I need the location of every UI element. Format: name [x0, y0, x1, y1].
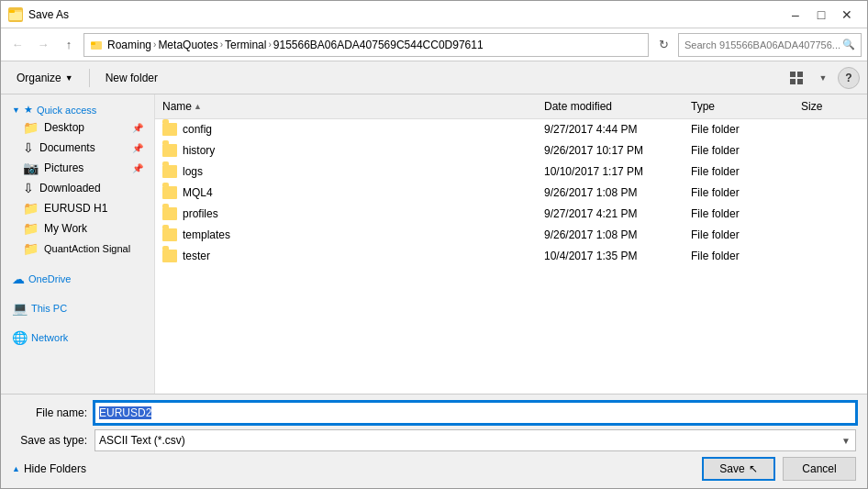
- onedrive-item[interactable]: ☁ OneDrive: [1, 266, 154, 288]
- file-name-cell: templates: [155, 225, 537, 245]
- file-type-cell: File folder: [684, 225, 794, 245]
- refresh-button[interactable]: ↻: [652, 34, 674, 56]
- titlebar-buttons: – □ ✕: [783, 2, 860, 28]
- hide-folders-button[interactable]: ▲ Hide Folders: [12, 462, 86, 475]
- network-item[interactable]: 🌐 Network: [1, 325, 154, 347]
- action-row: ▲ Hide Folders Save ↖ Cancel: [12, 457, 856, 481]
- file-date-cell: 9/26/2017 1:08 PM: [537, 225, 684, 245]
- breadcrumb: Roaming › MetaQuotes › Terminal › 915566…: [90, 39, 484, 51]
- address-box[interactable]: Roaming › MetaQuotes › Terminal › 915566…: [83, 33, 649, 57]
- toolbar: Organize ▼ New folder ▼ ?: [1, 61, 867, 94]
- bottom-area: File name: Save as type: ASCII Text (*.c…: [1, 394, 867, 488]
- pin-icon: 📌: [132, 123, 143, 133]
- filename-input[interactable]: [95, 402, 856, 424]
- help-button[interactable]: ?: [838, 67, 860, 89]
- sidebar-item-documents[interactable]: ⇩ Documents 📌: [1, 138, 154, 158]
- file-list-body: config 9/27/2017 4:44 PM File folder his…: [155, 119, 867, 394]
- breadcrumb-terminal: Terminal: [225, 39, 266, 51]
- sidebar-spacer: [1, 259, 154, 266]
- titlebar-title: Save As: [28, 8, 783, 21]
- file-type-cell: File folder: [684, 204, 794, 224]
- save-as-dialog: Save As – □ ✕ ← → ↑ Roaming › MetaQuotes…: [0, 0, 868, 489]
- sidebar-item-eurusd[interactable]: 📁 EURUSD H1: [1, 198, 154, 218]
- filetype-select[interactable]: ASCII Text (*.csv)CSV (Comma delimited) …: [95, 429, 856, 451]
- file-size-cell: [794, 183, 867, 203]
- svg-rect-4: [91, 42, 95, 45]
- breadcrumb-id: 915566BA06ADA407569C544CC0D97611: [273, 39, 484, 51]
- computer-icon: 💻: [12, 301, 28, 316]
- file-type-cell: File folder: [684, 246, 794, 266]
- sidebar-item-desktop[interactable]: 📁 Desktop 📌: [1, 117, 154, 138]
- file-list-header: Name ▲ Date modified Type Size: [155, 94, 867, 119]
- file-name-cell: config: [155, 119, 537, 139]
- col-header-size[interactable]: Size: [794, 96, 867, 117]
- close-button[interactable]: ✕: [834, 2, 860, 28]
- view-options-button[interactable]: [786, 67, 808, 89]
- search-box[interactable]: 🔍: [678, 33, 862, 57]
- table-row[interactable]: logs 10/10/2017 1:17 PM File folder: [155, 161, 867, 183]
- maximize-button[interactable]: □: [808, 2, 834, 28]
- chevron-down-icon: ▼: [65, 73, 73, 83]
- view-dropdown-button[interactable]: ▼: [812, 67, 834, 89]
- cancel-button[interactable]: Cancel: [783, 457, 856, 481]
- table-row[interactable]: history 9/26/2017 10:17 PM File folder: [155, 140, 867, 161]
- folder-icon: 📁: [23, 120, 39, 135]
- file-size-cell: [794, 246, 867, 266]
- thispc-item[interactable]: 💻 This PC: [1, 295, 154, 317]
- folder-icon: [162, 165, 177, 178]
- pin-icon: 📌: [132, 143, 143, 153]
- folder-icon: [162, 186, 177, 199]
- table-row[interactable]: config 9/27/2017 4:44 PM File folder: [155, 119, 867, 140]
- file-date-cell: 9/27/2017 4:21 PM: [537, 204, 684, 224]
- breadcrumb-metaquotes: MetaQuotes: [158, 39, 217, 51]
- cursor-icon: ↖: [749, 462, 758, 475]
- sidebar-item-mywork[interactable]: 📁 My Work: [1, 218, 154, 239]
- col-header-name[interactable]: Name ▲: [155, 96, 537, 117]
- up-button[interactable]: ↑: [58, 34, 80, 56]
- folder-icon: 📁: [23, 201, 39, 216]
- folder-icon: [162, 228, 177, 241]
- search-input[interactable]: [684, 39, 842, 50]
- file-type-cell: File folder: [684, 183, 794, 203]
- svg-rect-5: [790, 72, 796, 77]
- minimize-button[interactable]: –: [783, 2, 808, 28]
- folder-icon: 📁: [23, 221, 39, 236]
- col-header-type[interactable]: Type: [684, 96, 794, 117]
- filename-row: File name:: [12, 402, 856, 424]
- folder-icon: [162, 144, 177, 157]
- file-size-cell: [794, 161, 867, 182]
- filename-label: File name:: [12, 406, 95, 419]
- sidebar-item-pictures[interactable]: 📷 Pictures 📌: [1, 158, 154, 178]
- table-row[interactable]: templates 9/26/2017 1:08 PM File folder: [155, 225, 867, 246]
- dialog-icon: [8, 7, 23, 22]
- file-size-cell: [794, 204, 867, 224]
- sidebar-item-quantaction[interactable]: 📁 QuantAction Signal: [1, 239, 154, 259]
- table-row[interactable]: profiles 9/27/2017 4:21 PM File folder: [155, 204, 867, 225]
- file-date-cell: 9/26/2017 1:08 PM: [537, 183, 684, 203]
- sidebar-item-downloaded[interactable]: ⇩ Downloaded: [1, 178, 154, 198]
- forward-button[interactable]: →: [32, 34, 54, 56]
- col-header-date[interactable]: Date modified: [537, 96, 684, 117]
- file-type-cell: File folder: [684, 161, 794, 182]
- titlebar: Save As – □ ✕: [1, 1, 867, 28]
- back-button[interactable]: ←: [6, 34, 28, 56]
- svg-rect-6: [797, 72, 803, 77]
- file-date-cell: 10/10/2017 1:17 PM: [537, 161, 684, 182]
- file-area: Name ▲ Date modified Type Size config 9: [155, 94, 867, 394]
- svg-rect-2: [9, 10, 15, 13]
- quick-access-header[interactable]: ▼ ★ Quick access: [1, 98, 154, 117]
- new-folder-button[interactable]: New folder: [97, 66, 166, 90]
- chevron-up-icon: ▲: [12, 464, 20, 473]
- organize-button[interactable]: Organize ▼: [8, 66, 82, 90]
- sidebar-spacer2: [1, 288, 154, 295]
- cloud-icon: ☁: [12, 272, 25, 286]
- file-name-cell: profiles: [155, 204, 537, 224]
- table-row[interactable]: tester 10/4/2017 1:35 PM File folder: [155, 246, 867, 267]
- save-button[interactable]: Save ↖: [702, 457, 775, 481]
- file-type-cell: File folder: [684, 140, 794, 161]
- table-row[interactable]: MQL4 9/26/2017 1:08 PM File folder: [155, 183, 867, 204]
- folder-icon: 📷: [23, 161, 39, 175]
- action-buttons: Save ↖ Cancel: [702, 457, 856, 481]
- folder-icon: ⇩: [23, 181, 34, 195]
- file-size-cell: [794, 119, 867, 139]
